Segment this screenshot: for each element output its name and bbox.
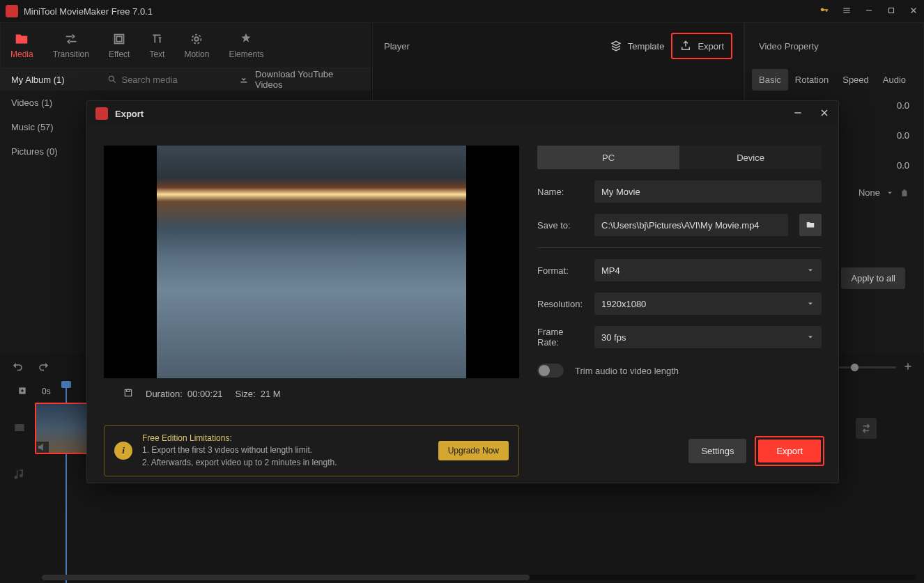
save-meta-icon (123, 388, 133, 400)
tab-effect[interactable]: Effect (99, 23, 139, 68)
svg-point-9 (195, 37, 199, 41)
prop-tab-rotation[interactable]: Rotation (788, 69, 836, 91)
resolution-select[interactable]: 1920x1080 (594, 293, 822, 315)
limitations-box: i Free Edition Limitations: 1. Export th… (104, 425, 519, 476)
tab-text[interactable]: Text (139, 23, 174, 68)
dialog-close-icon[interactable] (819, 107, 830, 121)
tab-media-label: Media (10, 49, 33, 59)
undo-button[interactable] (11, 361, 24, 375)
resolution-label: Resolution: (537, 299, 587, 309)
export-dialog: Export Duration: 00:00:21 Size: 21 M PC … (86, 100, 839, 483)
duration-value: 00:00:21 (187, 389, 223, 399)
header-export-button[interactable]: Export (671, 33, 732, 59)
search-icon (107, 75, 117, 84)
framerate-select[interactable]: 30 fps (594, 326, 822, 348)
prop-select-value[interactable]: None (858, 187, 880, 198)
trash-icon[interactable] (900, 188, 909, 198)
main-tabs: Media Transition Effect Text Motion Elem… (0, 22, 371, 68)
prop-value-1: 0.0 (888, 100, 909, 111)
size-value: 21 M (261, 389, 281, 399)
minimize-icon[interactable] (864, 6, 874, 17)
name-label: Name: (537, 187, 587, 197)
tab-device[interactable]: Device (679, 146, 822, 169)
limitations-heading: Free Edition Limitations: (142, 433, 429, 444)
export-button[interactable]: Export (758, 440, 821, 462)
info-icon: i (114, 442, 132, 460)
clip-audio-icon[interactable] (36, 442, 49, 453)
apply-to-all-button[interactable]: Apply to all (841, 267, 905, 289)
header-export-label: Export (698, 41, 724, 52)
tab-motion[interactable]: Motion (174, 23, 219, 68)
svg-rect-8 (117, 36, 122, 41)
export-icon (679, 40, 692, 52)
template-label: Template (628, 41, 665, 52)
upgrade-button[interactable]: Upgrade Now (438, 441, 509, 460)
prop-tab-basic[interactable]: Basic (752, 69, 788, 91)
duration-label: Duration: (146, 389, 183, 399)
framerate-value: 30 fps (601, 332, 626, 343)
tab-text-label: Text (149, 49, 164, 59)
svg-point-20 (16, 425, 17, 426)
maximize-icon[interactable] (886, 6, 896, 17)
chevron-down-icon (806, 266, 815, 274)
format-label: Format: (537, 265, 587, 276)
dialog-minimize-icon[interactable] (792, 107, 803, 121)
app-logo (6, 5, 18, 17)
svg-rect-4 (889, 8, 894, 13)
folder-icon (806, 220, 815, 230)
license-key-icon[interactable] (819, 6, 829, 17)
swap-tracks-button[interactable] (856, 418, 877, 439)
framerate-label: Frame Rate: (537, 327, 587, 348)
chevron-down-icon (886, 189, 894, 197)
window-titlebar: MiniTool MovieMaker Free 7.0.1 (0, 0, 924, 22)
resolution-value: 1920x1080 (601, 299, 646, 309)
export-preview (104, 146, 519, 378)
browse-button[interactable] (799, 214, 822, 236)
trim-audio-toggle[interactable] (537, 364, 564, 378)
download-youtube-button[interactable]: Download YouTube Videos (238, 69, 371, 90)
timeline-scrollbar[interactable] (42, 575, 916, 580)
dialog-title: Export (115, 109, 792, 119)
svg-line-12 (114, 81, 116, 83)
svg-rect-19 (15, 424, 24, 431)
export-target-tabs: PC Device (537, 146, 822, 169)
player-label: Player (384, 41, 603, 52)
add-marker-icon[interactable] (17, 385, 28, 398)
zoom-in-icon[interactable] (902, 360, 914, 375)
limitations-line1: 1. Export the first 3 videos without len… (142, 444, 429, 456)
app-title: MiniTool MovieMaker Free 7.0.1 (24, 6, 819, 17)
tab-transition[interactable]: Transition (43, 23, 99, 68)
svg-point-21 (16, 428, 17, 430)
prop-tab-speed[interactable]: Speed (836, 69, 876, 91)
tab-pc[interactable]: PC (537, 146, 679, 169)
chevron-down-icon (806, 300, 815, 308)
svg-point-10 (192, 35, 201, 44)
trim-audio-label: Trim audio to video length (575, 366, 679, 376)
audio-track-icon (13, 468, 26, 484)
search-input[interactable] (121, 75, 238, 85)
template-button[interactable]: Template (603, 34, 672, 58)
redo-button[interactable] (38, 361, 50, 375)
name-input[interactable] (601, 187, 815, 197)
download-icon (238, 74, 249, 85)
saveto-label: Save to: (537, 220, 587, 231)
timeline-timestamp: 0s (42, 387, 51, 396)
dialog-logo (95, 107, 108, 120)
limitations-line2: 2. Afterwards, export video up to 2 minu… (142, 457, 429, 469)
saveto-input[interactable] (601, 220, 781, 231)
settings-button[interactable]: Settings (688, 439, 746, 463)
tab-effect-label: Effect (109, 49, 130, 59)
download-youtube-label: Download YouTube Videos (255, 69, 360, 90)
tab-media[interactable]: Media (1, 23, 43, 68)
svg-rect-28 (127, 389, 130, 391)
prop-tab-audio[interactable]: Audio (876, 69, 913, 91)
format-select[interactable]: MP4 (594, 259, 822, 281)
tab-elements[interactable]: Elements (219, 23, 273, 68)
format-value: MP4 (601, 265, 620, 276)
template-icon (610, 40, 622, 52)
album-selector[interactable]: My Album (1) (0, 75, 99, 85)
tab-motion-label: Motion (184, 49, 209, 59)
menu-icon[interactable] (842, 6, 852, 17)
close-icon[interactable] (909, 6, 918, 17)
tab-elements-label: Elements (229, 49, 263, 59)
